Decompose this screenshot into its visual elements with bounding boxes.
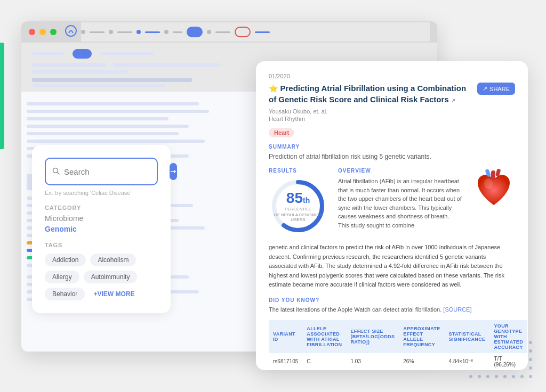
search-button[interactable] — [170, 163, 177, 180]
svg-line-2 — [58, 172, 60, 174]
table-row: rs6817105C1.0326%4.84×10⁻⁸T/T (96.26%) — [269, 353, 527, 370]
table-header-sig: STATISTICAL SIGNIFICANCE — [445, 320, 490, 353]
svg-point-8 — [484, 178, 493, 189]
search-hint: Ex: try searching 'Celiac Disease' — [45, 190, 158, 196]
table-cell-id: rs6817105 — [269, 353, 302, 370]
nebula-logo — [65, 25, 77, 39]
decorative-dot — [529, 375, 532, 378]
table-cell-allele: C — [302, 353, 346, 370]
tag-addiction[interactable]: Addiction — [45, 254, 86, 266]
nav-dot — [136, 30, 141, 34]
nav-dot — [164, 30, 168, 34]
table-header-freq: APPROXIMATE EFFECT ALLELE FREQUENCY — [399, 320, 444, 353]
results-col: RESULTS 85th PERCENTILE OF NEBULA GENOMI… — [269, 168, 327, 235]
nav-pill-outline — [235, 27, 251, 37]
body-text: genetic and clinical factors to predict … — [269, 243, 515, 290]
tags-label: TAGS — [45, 242, 158, 248]
results-overview-row: RESULTS 85th PERCENTILE OF NEBULA GENOMI… — [269, 168, 515, 235]
overview-title: OVERVIEW — [338, 168, 462, 174]
source-link[interactable]: [SOURCE] — [443, 306, 471, 313]
decorative-dot — [529, 358, 532, 361]
table-header-id: VARIANT ID — [269, 320, 302, 353]
tags-container: Addiction Alcoholism Allergy Autoimmunit… — [45, 254, 158, 300]
browser-close-dot[interactable] — [29, 29, 35, 35]
table-cell-genotype: T/T (96.26%) — [489, 353, 527, 370]
browser-minimize-dot[interactable] — [39, 29, 46, 35]
results-label: RESULTS — [269, 168, 327, 174]
summary-text: Prediction of atrial fibrillation risk u… — [269, 153, 515, 160]
browser-maximize-dot[interactable] — [50, 29, 57, 35]
article-title-row: ⭐ Predicting Atrial Fibrillation using a… — [269, 83, 515, 105]
table-header-genotype: YOUR GENOTYPE WITH ESTIMATED ACCURACY — [489, 320, 527, 353]
nav-dot — [109, 30, 113, 34]
nav-line-active — [255, 31, 270, 33]
share-icon: ↗ — [483, 85, 487, 92]
tag-alcoholism[interactable]: Alcoholism — [90, 254, 136, 266]
nav-line-short — [173, 31, 182, 33]
decorative-dot — [529, 349, 532, 353]
did-you-know-label: DID YOU KNOW? — [269, 297, 515, 303]
decorative-dot — [520, 375, 524, 378]
nav-dot — [207, 30, 211, 34]
percentile-circle: 85th PERCENTILE OF NEBULA GENOMICS USERS — [269, 177, 327, 235]
percentile-suffix: th — [303, 196, 310, 205]
overview-col: OVERVIEW Atrial fibrillation (AFib) is a… — [338, 168, 462, 235]
tag-autoimmunity[interactable]: Autoimmunity — [84, 271, 138, 283]
search-icon — [52, 167, 60, 176]
nav-dot — [81, 30, 85, 34]
article-panel: 01/2020 ⭐ Predicting Atrial Fibrillation… — [256, 61, 528, 370]
decorative-dot — [503, 375, 507, 378]
decorative-dot — [469, 375, 472, 378]
svg-rect-5 — [491, 170, 495, 180]
table-cell-freq: 26% — [399, 353, 444, 370]
nav-line — [117, 31, 132, 33]
heart-illustration — [472, 168, 515, 235]
tag-behavior[interactable]: Behavior — [45, 288, 85, 300]
star-icon: ⭐ — [269, 84, 278, 93]
article-date: 01/2020 — [269, 73, 515, 79]
table-header-allele: ALLELE ASSOCIATED WITH ATRIAL FIBRILLATI… — [302, 320, 346, 353]
table-header-effect: EFFECT SIZE (BETA/LOG[ODDS RATIO]) — [346, 320, 399, 353]
did-you-know-text: The latest iterations of the Apple Watch… — [269, 306, 515, 313]
article-title: Predicting Atrial Fibrillation using a C… — [269, 84, 466, 104]
nav-line-active — [145, 31, 160, 33]
view-more-tags[interactable]: +VIEW MORE — [89, 288, 139, 300]
left-sidebar: Ex: try searching 'Celiac Disease' CATEG… — [21, 92, 235, 352]
table-cell-effect: 1.03 — [346, 353, 399, 370]
decorative-dot — [486, 375, 489, 378]
green-accent — [0, 43, 4, 149]
tag-allergy[interactable]: Allergy — [45, 271, 79, 283]
summary-label: SUMMARY — [269, 144, 515, 150]
search-input[interactable] — [64, 167, 165, 176]
category-label: CATEGORY — [45, 205, 158, 211]
article-authors: Yousaku Okubo, et. al. — [269, 108, 515, 115]
heart-tag[interactable]: Heart — [269, 128, 294, 137]
category-microbiome[interactable]: Microbiome — [45, 214, 158, 223]
percentile-label: PERCENTILE — [269, 207, 327, 211]
decorative-dot — [478, 375, 481, 378]
category-genomic[interactable]: Genomic — [45, 225, 158, 233]
decorative-dot — [529, 366, 532, 370]
external-link-icon: ↗ — [451, 97, 455, 103]
nav-pill — [187, 27, 203, 37]
table-cell-sig: 4.84×10⁻⁸ — [445, 353, 490, 370]
browser-titlebar — [21, 21, 437, 43]
article-journal: Heart Rhythm — [269, 116, 515, 122]
overview-text: Atrial fibrillation (AFib) is an irregul… — [338, 177, 462, 230]
browser-navbar — [81, 22, 430, 42]
decorative-dot — [529, 341, 532, 344]
share-button[interactable]: ↗ SHARE — [477, 83, 515, 95]
search-box[interactable] — [45, 158, 158, 185]
decorative-dot — [512, 375, 515, 378]
variants-table: VARIANT ID ALLELE ASSOCIATED WITH ATRIAL… — [269, 320, 527, 370]
nav-line — [215, 31, 230, 33]
percentile-sub-label: OF NEBULA GENOMICS USERS — [269, 213, 327, 222]
percentile-number: 85 — [286, 190, 303, 206]
decorative-dot — [495, 375, 498, 378]
nav-line — [90, 31, 105, 33]
search-panel: Ex: try searching 'Celiac Disease' CATEG… — [32, 145, 171, 313]
